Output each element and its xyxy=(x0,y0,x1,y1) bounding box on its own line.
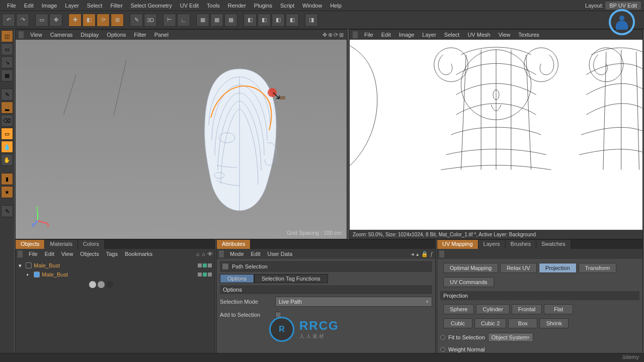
hand-icon[interactable]: ✋ xyxy=(1,154,13,166)
axis-icon[interactable]: ∟ xyxy=(177,14,190,27)
fit-to-selection-radio[interactable] xyxy=(440,335,445,340)
viewport-3d-canvas[interactable]: y x z Grid Spacing : 100 cm xyxy=(16,40,347,239)
obj-menu-edit[interactable]: Edit xyxy=(42,251,57,257)
menu-select[interactable]: Select xyxy=(83,3,107,9)
tex-mode-icon[interactable]: ↘ xyxy=(1,56,13,68)
tree-child-row[interactable]: ▪ Male_Bust xyxy=(27,270,212,279)
tree-root-row[interactable]: ▾ Male_Bust xyxy=(19,261,212,270)
back-icon[interactable]: ◂ xyxy=(411,251,414,257)
vp3d-menu-options[interactable]: Options xyxy=(103,32,129,38)
redo-icon[interactable]: ↷ xyxy=(16,14,29,27)
layout-dropdown[interactable]: BP UV Edit xyxy=(605,2,641,10)
fit-system-dropdown[interactable]: Object System▾ xyxy=(488,333,534,342)
uvvp-menu-edit[interactable]: Edit xyxy=(378,32,394,38)
object-tree[interactable]: ▾ Male_Bust ▪ Male_Bust xyxy=(16,259,215,361)
obj-menu-view[interactable]: View xyxy=(58,251,76,257)
obj-menu-tags[interactable]: Tags xyxy=(103,251,121,257)
grip-icon[interactable] xyxy=(18,250,23,257)
grip-icon[interactable] xyxy=(19,31,24,38)
fill-icon[interactable]: ▭ xyxy=(1,128,13,140)
btn-projection[interactable]: Projection xyxy=(539,263,577,273)
btn-frontal[interactable]: Frontal xyxy=(512,304,542,314)
tab-swatches[interactable]: Swatches xyxy=(536,240,571,249)
model-mode-icon[interactable]: ▭ xyxy=(1,43,13,55)
live-select-icon[interactable]: ▭ xyxy=(35,14,48,27)
cube-a-icon[interactable]: ◧ xyxy=(244,14,257,27)
tab-uv-mapping[interactable]: UV Mapping xyxy=(437,240,478,249)
search-icon[interactable]: ⌕ xyxy=(196,251,200,257)
grip-icon[interactable] xyxy=(353,31,358,38)
render-b-icon[interactable]: ▦ xyxy=(210,14,223,27)
eraser-icon[interactable]: ⌫ xyxy=(1,115,13,127)
grip-icon[interactable] xyxy=(219,250,224,257)
btn-shrink[interactable]: Shrink xyxy=(539,318,569,328)
menu-layer[interactable]: Layer xyxy=(61,3,83,9)
attr-menu-edit[interactable]: Edit xyxy=(248,251,264,257)
uvvp-menu-uvmesh[interactable]: UV Mesh xyxy=(464,32,494,38)
cube-d-icon[interactable]: ◧ xyxy=(286,14,299,27)
fn-icon[interactable]: ƒ xyxy=(430,251,433,257)
sculpt-icon[interactable]: ▂ xyxy=(1,102,13,114)
brush-icon[interactable]: ✎ xyxy=(1,88,13,101)
uvvp-menu-view[interactable]: View xyxy=(495,32,514,38)
object-name[interactable]: Male_Bust xyxy=(42,272,68,278)
drop-icon[interactable]: 💧 xyxy=(1,141,13,153)
menu-image[interactable]: Image xyxy=(38,3,61,9)
obj-menu-bookmarks[interactable]: Bookmarks xyxy=(122,251,155,257)
last-tool-icon[interactable]: ✎ xyxy=(130,14,143,27)
nav-max-icon[interactable]: ⊞ xyxy=(339,32,344,38)
rotate-tool-icon[interactable]: ⟳ xyxy=(97,14,110,27)
btn-relax-uv[interactable]: Relax UV xyxy=(500,263,536,273)
btn-optimal-mapping[interactable]: Optimal Mapping xyxy=(443,263,498,273)
uvvp-menu-select[interactable]: Select xyxy=(441,32,463,38)
move-icon[interactable]: ✥ xyxy=(49,14,62,27)
misc-icon[interactable]: ◨ xyxy=(305,14,318,27)
nav-orbit-icon[interactable]: ⟳ xyxy=(334,32,338,38)
btn-flat[interactable]: Flat xyxy=(544,304,573,314)
menu-filter[interactable]: Filter xyxy=(106,3,126,9)
tab-objects[interactable]: Objects xyxy=(16,240,45,249)
home-icon[interactable]: ⌂ xyxy=(202,251,205,257)
tab-colors[interactable]: Colors xyxy=(78,240,105,249)
vp3d-menu-display[interactable]: Display xyxy=(77,32,102,38)
tab-brushes[interactable]: Brushes xyxy=(506,240,536,249)
menu-script[interactable]: Script xyxy=(276,3,298,9)
btn-cubic[interactable]: Cubic xyxy=(443,318,472,328)
up-icon[interactable]: ▴ xyxy=(416,251,419,257)
tab-attributes[interactable]: Attributes xyxy=(217,240,251,249)
menu-help[interactable]: Help xyxy=(326,3,346,9)
pen-icon[interactable]: ✎ xyxy=(1,205,13,217)
texture-tag-icon[interactable] xyxy=(106,281,113,288)
tab-layers[interactable]: Layers xyxy=(478,240,506,249)
xaxis-icon[interactable]: ⊢ xyxy=(163,14,176,27)
selection-mode-dropdown[interactable]: Live Path ▾ xyxy=(275,297,432,307)
star-icon[interactable]: ★ xyxy=(1,186,13,198)
attr-menu-mode[interactable]: Mode xyxy=(227,251,247,257)
menu-uv-edit[interactable]: UV Edit xyxy=(176,3,203,9)
phong-tag-icon[interactable] xyxy=(89,281,96,288)
3d-icon[interactable]: 3D xyxy=(144,14,157,27)
vp3d-menu-panel[interactable]: Panel xyxy=(151,32,172,38)
make-editable-icon[interactable]: ◫ xyxy=(1,30,13,42)
undo-icon[interactable]: ↶ xyxy=(2,14,15,27)
nav-zoom-icon[interactable]: ⊕ xyxy=(328,32,333,38)
pick-tool-icon[interactable]: ⊞ xyxy=(111,14,124,27)
scale-tool-icon[interactable]: ◧ xyxy=(83,14,96,27)
subtab-options[interactable]: Options xyxy=(220,274,254,283)
uv-canvas[interactable] xyxy=(350,40,642,230)
subtab-selection-tag[interactable]: Selection Tag Functions xyxy=(254,274,328,283)
profile-avatar-icon[interactable] xyxy=(609,9,635,35)
obj-menu-objects[interactable]: Objects xyxy=(77,251,102,257)
menu-render[interactable]: Render xyxy=(224,3,250,9)
btn-box[interactable]: Box xyxy=(508,318,537,328)
uvw-tag-icon[interactable] xyxy=(98,281,105,288)
btn-cylinder[interactable]: Cylinder xyxy=(476,304,509,314)
move-tool-icon[interactable]: ✚ xyxy=(68,14,82,27)
object-name[interactable]: Male_Bust xyxy=(34,262,60,268)
cube-b-icon[interactable]: ◧ xyxy=(258,14,271,27)
btn-cubic2[interactable]: Cubic 2 xyxy=(474,318,506,328)
menu-plugins[interactable]: Plugins xyxy=(250,3,276,9)
uvvp-menu-image[interactable]: Image xyxy=(395,32,418,38)
btn-sphere[interactable]: Sphere xyxy=(443,304,474,314)
tab-materials[interactable]: Materials xyxy=(45,240,78,249)
